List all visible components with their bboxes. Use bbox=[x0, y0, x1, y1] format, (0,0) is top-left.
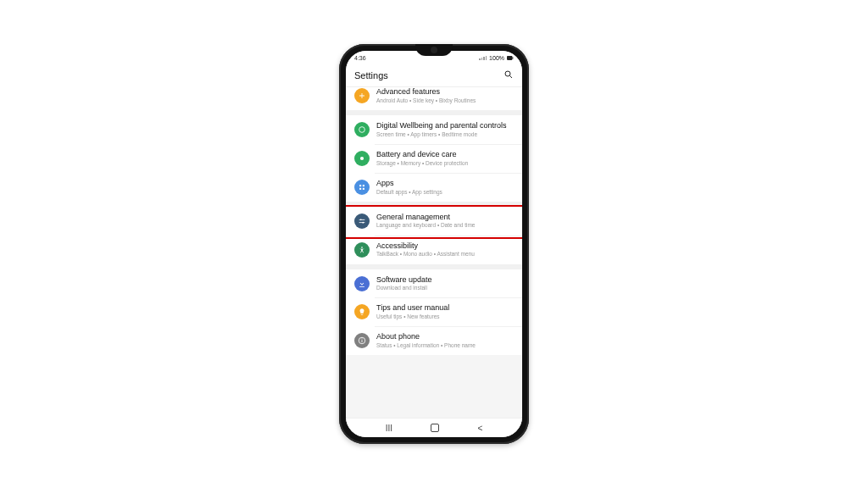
home-button[interactable] bbox=[431, 424, 439, 432]
phone-frame: 4:36 100% Settings Advanced features And… bbox=[339, 44, 529, 444]
svg-point-2 bbox=[505, 71, 510, 76]
screen: 4:36 100% Settings Advanced features And… bbox=[346, 51, 522, 437]
svg-rect-7 bbox=[363, 185, 364, 186]
apps-icon bbox=[354, 180, 370, 195]
item-subtitle: Status • Legal information • Phone name bbox=[376, 342, 476, 349]
battery-icon bbox=[507, 55, 514, 61]
item-title: Software update bbox=[376, 275, 432, 285]
svg-rect-10 bbox=[359, 219, 365, 220]
wellbeing-icon bbox=[354, 122, 370, 137]
settings-item-accessibility[interactable]: Accessibility TalkBack • Mono audio • As… bbox=[346, 236, 522, 264]
download-icon bbox=[354, 276, 370, 291]
svg-point-4 bbox=[359, 127, 365, 133]
svg-point-5 bbox=[360, 157, 364, 160]
accessibility-icon bbox=[354, 242, 370, 258]
item-title: General management bbox=[376, 213, 475, 222]
svg-point-13 bbox=[362, 222, 364, 224]
settings-item-digital-wellbeing[interactable]: Digital Wellbeing and parental controls … bbox=[346, 115, 522, 144]
item-subtitle: TalkBack • Mono audio • Assistant menu bbox=[376, 251, 475, 258]
notch bbox=[415, 44, 453, 56]
settings-item-software-update[interactable]: Software update Download and install bbox=[346, 269, 522, 298]
item-subtitle: Download and install bbox=[376, 285, 432, 291]
item-title: Battery and device care bbox=[376, 150, 468, 159]
item-title: Apps bbox=[376, 179, 442, 188]
lightbulb-icon bbox=[354, 304, 370, 319]
plus-icon bbox=[354, 88, 370, 103]
info-icon bbox=[354, 333, 370, 348]
svg-point-14 bbox=[361, 247, 363, 248]
app-header: Settings bbox=[346, 64, 522, 87]
settings-item-general-management[interactable]: General management Language and keyboard… bbox=[346, 207, 522, 236]
android-nav-bar: III < bbox=[346, 418, 522, 437]
settings-item-battery-device-care[interactable]: Battery and device care Storage • Memory… bbox=[346, 144, 522, 173]
page-title: Settings bbox=[354, 70, 388, 80]
item-title: Digital Wellbeing and parental controls bbox=[376, 121, 506, 130]
svg-rect-16 bbox=[362, 341, 363, 343]
settings-item-apps[interactable]: Apps Default apps • App settings bbox=[346, 173, 522, 202]
item-subtitle: Default apps • App settings bbox=[376, 189, 442, 196]
item-subtitle: Useful tips • New features bbox=[376, 313, 449, 320]
back-button[interactable]: < bbox=[478, 424, 483, 433]
search-icon[interactable] bbox=[504, 68, 514, 83]
item-subtitle: Screen time • App timers • Bedtime mode bbox=[376, 131, 506, 138]
svg-line-3 bbox=[510, 76, 513, 79]
signal-icon bbox=[479, 56, 487, 60]
status-time: 4:36 bbox=[354, 55, 366, 61]
item-title: About phone bbox=[376, 332, 476, 341]
item-subtitle: Android Auto • Side key • Bixby Routines bbox=[376, 97, 476, 104]
recents-button[interactable]: III bbox=[386, 424, 392, 433]
item-title: Accessibility bbox=[376, 241, 475, 251]
svg-rect-11 bbox=[359, 222, 365, 223]
svg-rect-6 bbox=[359, 185, 361, 186]
device-care-icon bbox=[354, 151, 370, 166]
svg-rect-1 bbox=[512, 57, 513, 58]
settings-item-tips-user-manual[interactable]: Tips and user manual Useful tips • New f… bbox=[346, 297, 522, 326]
item-subtitle: Language and keyboard • Date and time bbox=[376, 222, 475, 229]
svg-rect-8 bbox=[359, 188, 361, 190]
settings-sliders-icon bbox=[354, 214, 370, 229]
item-title: Advanced features bbox=[376, 87, 476, 97]
svg-rect-17 bbox=[362, 339, 363, 340]
item-title: Tips and user manual bbox=[376, 303, 449, 313]
battery-text: 100% bbox=[489, 55, 504, 61]
settings-item-advanced-features[interactable]: Advanced features Android Auto • Side ke… bbox=[346, 87, 522, 110]
settings-item-about-phone[interactable]: About phone Status • Legal information •… bbox=[346, 326, 522, 355]
svg-rect-9 bbox=[363, 188, 364, 190]
svg-point-12 bbox=[360, 219, 362, 220]
item-subtitle: Storage • Memory • Device protection bbox=[376, 160, 468, 167]
svg-rect-0 bbox=[507, 56, 512, 60]
settings-list[interactable]: Advanced features Android Auto • Side ke… bbox=[346, 87, 522, 355]
